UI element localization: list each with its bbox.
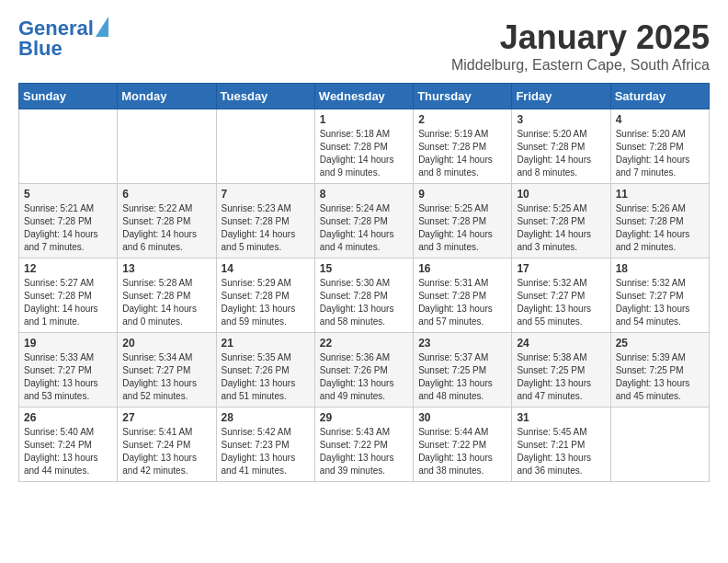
calendar-cell: 9Sunrise: 5:25 AMSunset: 7:28 PMDaylight… <box>414 184 512 259</box>
day-number: 29 <box>320 411 408 424</box>
calendar-cell: 6Sunrise: 5:22 AMSunset: 7:28 PMDaylight… <box>118 184 216 259</box>
day-header-friday: Friday <box>512 84 610 109</box>
calendar-cell: 19Sunrise: 5:33 AMSunset: 7:27 PMDayligh… <box>19 333 118 408</box>
cell-text: Sunset: 7:28 PM <box>418 290 506 303</box>
cell-text: Sunset: 7:28 PM <box>222 290 310 303</box>
day-header-saturday: Saturday <box>610 84 709 109</box>
cell-text: Sunset: 7:28 PM <box>24 215 112 228</box>
calendar-cell: 10Sunrise: 5:25 AMSunset: 7:28 PMDayligh… <box>512 184 610 259</box>
day-number: 27 <box>122 411 210 424</box>
cell-text: Daylight: 13 hours and 44 minutes. <box>24 452 112 477</box>
day-number: 14 <box>222 262 310 275</box>
day-number: 30 <box>418 411 506 424</box>
cell-text: Sunrise: 5:18 AM <box>320 128 408 141</box>
cell-text: Sunset: 7:27 PM <box>24 364 112 377</box>
cell-text: Sunrise: 5:34 AM <box>122 351 210 364</box>
cell-text: Sunset: 7:24 PM <box>122 439 210 452</box>
cell-text: Sunrise: 5:39 AM <box>616 351 704 364</box>
day-header-sunday: Sunday <box>19 84 118 109</box>
cell-text: Sunset: 7:26 PM <box>320 364 408 377</box>
cell-text: Daylight: 14 hours and 4 minutes. <box>320 228 408 254</box>
calendar-cell <box>216 109 314 184</box>
cell-text: Sunrise: 5:43 AM <box>320 426 408 439</box>
day-number: 19 <box>24 337 112 350</box>
cell-text: Sunset: 7:27 PM <box>616 290 704 303</box>
cell-text: Sunrise: 5:36 AM <box>320 351 408 364</box>
day-number: 26 <box>24 411 112 424</box>
day-number: 25 <box>616 337 704 350</box>
cell-text: Sunrise: 5:20 AM <box>616 128 704 141</box>
month-title: January 2025 <box>451 18 710 57</box>
calendar-header-row: SundayMondayTuesdayWednesdayThursdayFrid… <box>19 84 710 109</box>
cell-text: Sunrise: 5:35 AM <box>222 351 310 364</box>
cell-text: Sunrise: 5:25 AM <box>517 202 605 215</box>
logo-text-general: General <box>18 18 94 39</box>
calendar-table: SundayMondayTuesdayWednesdayThursdayFrid… <box>18 83 710 482</box>
cell-text: Daylight: 14 hours and 2 minutes. <box>616 228 704 254</box>
day-header-monday: Monday <box>118 84 216 109</box>
day-number: 10 <box>517 188 605 201</box>
calendar-week-row: 5Sunrise: 5:21 AMSunset: 7:28 PMDaylight… <box>19 184 710 259</box>
day-number: 20 <box>122 337 210 350</box>
cell-text: Daylight: 14 hours and 0 minutes. <box>122 303 210 328</box>
cell-text: Daylight: 13 hours and 54 minutes. <box>616 303 704 328</box>
logo: General Blue <box>18 18 108 59</box>
cell-text: Sunrise: 5:32 AM <box>616 277 704 290</box>
calendar-cell: 4Sunrise: 5:20 AMSunset: 7:28 PMDaylight… <box>610 109 709 184</box>
day-number: 1 <box>320 113 408 126</box>
cell-text: Sunset: 7:28 PM <box>320 290 408 303</box>
cell-text: Daylight: 14 hours and 5 minutes. <box>222 228 310 254</box>
cell-text: Sunset: 7:28 PM <box>517 141 605 154</box>
cell-text: Sunset: 7:27 PM <box>122 364 210 377</box>
cell-text: Sunrise: 5:19 AM <box>418 128 506 141</box>
cell-text: Sunset: 7:28 PM <box>418 215 506 228</box>
cell-text: Daylight: 14 hours and 7 minutes. <box>616 154 704 179</box>
cell-text: Sunset: 7:28 PM <box>517 215 605 228</box>
cell-text: Sunrise: 5:40 AM <box>24 426 112 439</box>
cell-text: Daylight: 14 hours and 3 minutes. <box>418 228 506 254</box>
calendar-cell: 29Sunrise: 5:43 AMSunset: 7:22 PMDayligh… <box>314 408 413 482</box>
calendar-cell: 14Sunrise: 5:29 AMSunset: 7:28 PMDayligh… <box>216 259 314 333</box>
day-number: 8 <box>320 188 408 201</box>
cell-text: Sunrise: 5:28 AM <box>122 277 210 290</box>
day-header-tuesday: Tuesday <box>216 84 314 109</box>
calendar-cell: 22Sunrise: 5:36 AMSunset: 7:26 PMDayligh… <box>314 333 413 408</box>
cell-text: Sunrise: 5:38 AM <box>517 351 605 364</box>
cell-text: Sunrise: 5:22 AM <box>122 202 210 215</box>
day-number: 6 <box>122 188 210 201</box>
cell-text: Daylight: 13 hours and 52 minutes. <box>122 377 210 403</box>
day-number: 4 <box>616 113 704 126</box>
cell-text: Daylight: 13 hours and 58 minutes. <box>320 303 408 328</box>
cell-text: Daylight: 13 hours and 39 minutes. <box>320 452 408 477</box>
cell-text: Daylight: 13 hours and 42 minutes. <box>122 452 210 477</box>
page-header: General Blue January 2025 Middelburg, Ea… <box>18 18 710 74</box>
calendar-cell: 2Sunrise: 5:19 AMSunset: 7:28 PMDaylight… <box>414 109 512 184</box>
calendar-cell: 15Sunrise: 5:30 AMSunset: 7:28 PMDayligh… <box>314 259 413 333</box>
day-number: 24 <box>517 337 605 350</box>
day-number: 7 <box>222 188 310 201</box>
cell-text: Daylight: 14 hours and 8 minutes. <box>517 154 605 179</box>
cell-text: Sunrise: 5:25 AM <box>418 202 506 215</box>
cell-text: Daylight: 13 hours and 51 minutes. <box>222 377 310 403</box>
cell-text: Sunrise: 5:26 AM <box>616 202 704 215</box>
cell-text: Sunrise: 5:32 AM <box>517 277 605 290</box>
cell-text: Sunset: 7:25 PM <box>418 364 506 377</box>
cell-text: Daylight: 14 hours and 6 minutes. <box>122 228 210 254</box>
cell-text: Sunrise: 5:31 AM <box>418 277 506 290</box>
cell-text: Sunrise: 5:37 AM <box>418 351 506 364</box>
day-header-wednesday: Wednesday <box>314 84 413 109</box>
calendar-cell: 31Sunrise: 5:45 AMSunset: 7:21 PMDayligh… <box>512 408 610 482</box>
calendar-cell: 5Sunrise: 5:21 AMSunset: 7:28 PMDaylight… <box>19 184 118 259</box>
day-number: 2 <box>418 113 506 126</box>
day-number: 13 <box>122 262 210 275</box>
cell-text: Daylight: 13 hours and 38 minutes. <box>418 452 506 477</box>
logo-text-blue: Blue <box>18 39 63 59</box>
logo-triangle-icon <box>96 17 108 37</box>
calendar-cell: 17Sunrise: 5:32 AMSunset: 7:27 PMDayligh… <box>512 259 610 333</box>
cell-text: Daylight: 14 hours and 9 minutes. <box>320 154 408 179</box>
cell-text: Daylight: 13 hours and 53 minutes. <box>24 377 112 403</box>
location-title: Middelburg, Eastern Cape, South Africa <box>451 57 710 74</box>
calendar-cell: 28Sunrise: 5:42 AMSunset: 7:23 PMDayligh… <box>216 408 314 482</box>
cell-text: Daylight: 13 hours and 48 minutes. <box>418 377 506 403</box>
calendar-cell: 3Sunrise: 5:20 AMSunset: 7:28 PMDaylight… <box>512 109 610 184</box>
